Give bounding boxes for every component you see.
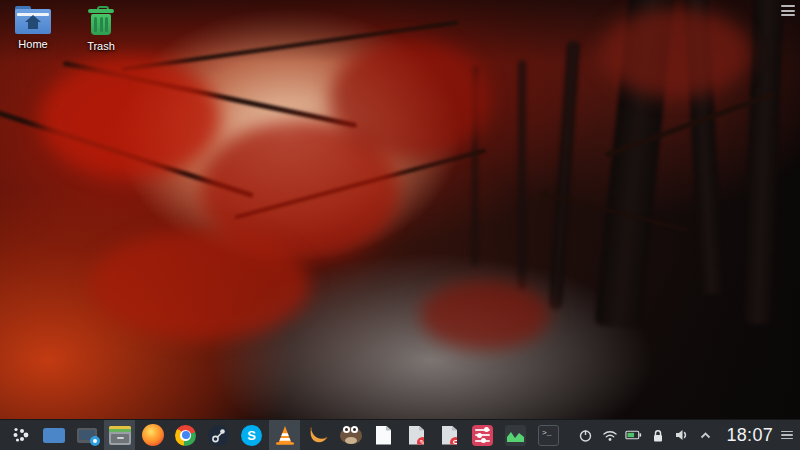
red-foliage bbox=[600, 8, 750, 98]
desktop-icon-home[interactable]: Home bbox=[2, 6, 64, 50]
digital-clock[interactable]: 18:07 bbox=[726, 425, 773, 446]
desktop-icon-label: Trash bbox=[87, 40, 115, 52]
trash-icon bbox=[86, 6, 116, 36]
hamburger-line bbox=[781, 431, 793, 433]
blank-document-icon bbox=[376, 426, 391, 445]
tree-trunk bbox=[594, 0, 675, 329]
hamburger-line bbox=[781, 438, 793, 440]
red-foliage bbox=[200, 120, 400, 260]
home-folder-icon bbox=[15, 6, 51, 34]
red-foliage bbox=[420, 280, 550, 350]
skype-icon: S bbox=[241, 425, 262, 446]
task-firefox[interactable] bbox=[137, 420, 168, 450]
firefox-icon bbox=[142, 424, 164, 446]
steam-icon bbox=[208, 425, 229, 446]
pager-widget[interactable] bbox=[38, 420, 69, 450]
file-manager-cabinet-icon bbox=[109, 426, 131, 445]
task-mixer[interactable] bbox=[467, 420, 498, 450]
tree-branch bbox=[121, 20, 458, 71]
tree-trunk bbox=[742, 0, 783, 324]
task-steam[interactable] bbox=[203, 420, 234, 450]
tree-branch bbox=[542, 192, 689, 232]
power-circle-icon[interactable] bbox=[577, 427, 594, 444]
red-foliage bbox=[40, 58, 220, 178]
hamburger-line bbox=[781, 10, 795, 12]
tree-trunk bbox=[518, 60, 526, 290]
tree-trunk bbox=[472, 66, 478, 266]
pencil-badge-icon: ✎ bbox=[420, 439, 426, 446]
equalizer-sliders-icon bbox=[472, 425, 493, 446]
task-gimp[interactable] bbox=[335, 420, 366, 450]
tree-trunk bbox=[684, 0, 724, 294]
panel-hamburger-icon[interactable] bbox=[781, 431, 793, 440]
hamburger-line bbox=[781, 5, 795, 7]
document-eye-badge-icon bbox=[442, 426, 457, 445]
app-launcher-dots-icon bbox=[12, 426, 30, 444]
gimp-wilber-icon bbox=[340, 427, 362, 444]
task-vlc[interactable] bbox=[269, 420, 300, 450]
hamburger-line bbox=[781, 14, 795, 16]
show-desktop-icon bbox=[77, 428, 97, 443]
tree-branch bbox=[63, 61, 357, 128]
red-foliage bbox=[90, 230, 310, 340]
wallpaper-red-forest bbox=[0, 0, 800, 450]
task-document-view[interactable] bbox=[434, 420, 465, 450]
show-desktop-widget[interactable] bbox=[71, 420, 102, 450]
banana-icon bbox=[307, 424, 329, 446]
red-foliage bbox=[330, 40, 490, 160]
task-banana-app[interactable] bbox=[302, 420, 333, 450]
hamburger-line bbox=[781, 434, 793, 436]
task-document-new[interactable] bbox=[368, 420, 399, 450]
eye-badge-icon bbox=[453, 440, 459, 444]
tree-branch bbox=[0, 107, 254, 198]
virtual-desktop-pager-icon bbox=[43, 428, 65, 443]
lock-icon[interactable] bbox=[649, 427, 666, 444]
desktop-screen: Home Trash bbox=[0, 0, 800, 450]
tree-branch bbox=[605, 91, 776, 157]
task-skype[interactable]: S bbox=[236, 420, 267, 450]
app-launcher-button[interactable] bbox=[5, 420, 36, 450]
system-tray bbox=[577, 427, 714, 444]
wifi-icon[interactable] bbox=[601, 427, 618, 444]
taskbar-panel: S bbox=[0, 419, 800, 450]
tree-branch bbox=[234, 148, 486, 219]
vlc-cone-icon bbox=[274, 424, 296, 446]
task-file-manager[interactable] bbox=[104, 420, 135, 450]
terminal-icon: >_ bbox=[538, 425, 559, 446]
task-chrome[interactable] bbox=[170, 420, 201, 450]
desktop-icon-label: Home bbox=[18, 38, 47, 50]
area-chart-icon bbox=[505, 425, 526, 446]
document-edit-badge-icon: ✎ bbox=[409, 426, 424, 445]
skype-letter: S bbox=[247, 429, 256, 442]
chevron-up-icon[interactable] bbox=[697, 427, 714, 444]
task-system-monitor[interactable] bbox=[500, 420, 531, 450]
battery-icon[interactable] bbox=[625, 427, 642, 444]
desktop-toolbox-hamburger-icon[interactable] bbox=[781, 5, 795, 16]
speaker-icon[interactable] bbox=[673, 427, 690, 444]
tree-trunk bbox=[549, 40, 581, 310]
desktop-icon-trash[interactable]: Trash bbox=[70, 6, 132, 52]
task-terminal[interactable]: >_ bbox=[533, 420, 564, 450]
task-document-edit[interactable]: ✎ bbox=[401, 420, 432, 450]
chrome-icon bbox=[175, 425, 196, 446]
